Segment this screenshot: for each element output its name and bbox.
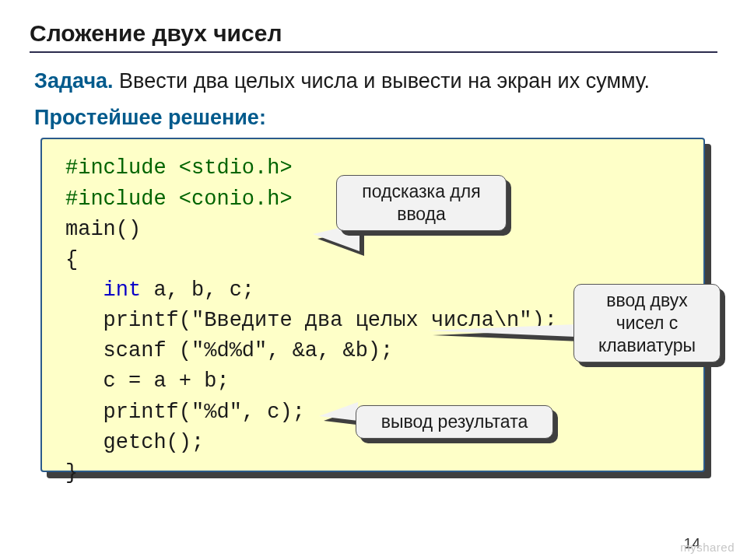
task-label: Задача. [34,69,114,93]
code-line-8: c = a + b; [65,369,230,393]
code-line-1: #include <stdio.h> [65,156,293,180]
code-block-wrap: #include <stdio.h> #include <conio.h> ma… [40,138,717,472]
code-line-5: int a, b, c; [65,278,254,302]
callout-output: вывод результата [356,405,553,439]
code-line-11: } [65,461,78,485]
code-line-4: { [65,248,78,271]
callout-output-text: вывод результата [356,405,553,439]
code-line-10: getch(); [65,431,204,454]
callout-hint-text: подсказка дляввода [336,175,507,231]
title-divider [30,51,717,53]
code-line-7: scanf ("%d%d", &a, &b); [65,339,393,362]
subheading: Простейшее решение: [34,106,717,130]
watermark: myshared [680,541,735,554]
code-line-3: main() [65,218,141,241]
callout-input-text: ввод двухчисел склавиатуры [573,284,721,362]
task-body: Ввести два целых числа и вывести на экра… [114,69,651,93]
task-text: Задача. Ввести два целых числа и вывести… [34,67,717,95]
code-line-9: printf("%d", c); [65,401,305,424]
callout-input: ввод двухчисел склавиатуры [573,284,721,362]
slide-root: Сложение двух чисел Задача. Ввести два ц… [0,0,747,560]
slide-title: Сложение двух чисел [30,20,717,47]
callout-hint: подсказка дляввода [336,175,507,231]
code-line-2: #include <conio.h> [65,187,293,211]
